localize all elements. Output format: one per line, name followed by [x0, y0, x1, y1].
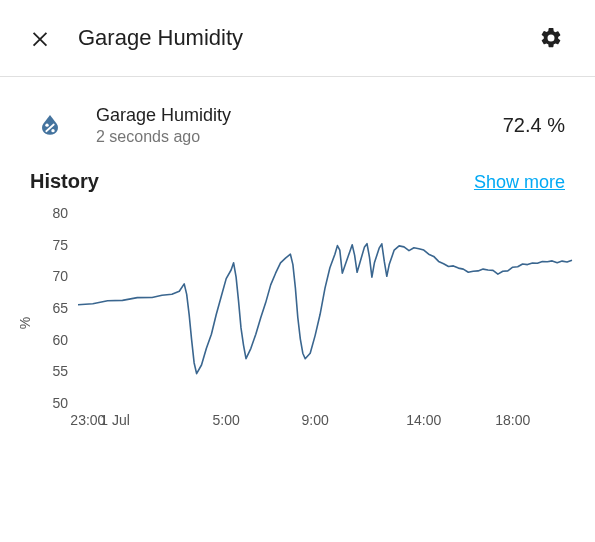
entity-info: Garage Humidity 2 seconds ago — [96, 105, 503, 146]
svg-text:%: % — [17, 317, 33, 329]
humidity-badge — [30, 106, 70, 146]
svg-text:65: 65 — [52, 300, 68, 316]
history-header: History Show more — [0, 164, 595, 197]
show-more-link[interactable]: Show more — [474, 172, 565, 193]
chart-svg: 50556065707580 % 23:001 Jul5:009:0014:00… — [16, 203, 576, 443]
dialog-header: Garage Humidity — [0, 0, 595, 77]
water-percent-icon — [35, 111, 65, 141]
entity-value: 72.4 % — [503, 114, 565, 137]
svg-point-1 — [51, 128, 54, 131]
svg-text:50: 50 — [52, 395, 68, 411]
svg-text:5:00: 5:00 — [213, 412, 240, 428]
svg-text:70: 70 — [52, 268, 68, 284]
settings-button[interactable] — [531, 18, 571, 58]
entity-row: Garage Humidity 2 seconds ago 72.4 % — [0, 77, 595, 164]
svg-text:14:00: 14:00 — [406, 412, 441, 428]
history-title: History — [30, 170, 99, 193]
gear-icon — [539, 26, 563, 50]
history-chart: 50556065707580 % 23:001 Jul5:009:0014:00… — [0, 197, 595, 443]
svg-text:55: 55 — [52, 363, 68, 379]
svg-text:80: 80 — [52, 205, 68, 221]
svg-point-0 — [45, 123, 48, 126]
close-button[interactable] — [20, 18, 60, 58]
svg-text:1 Jul: 1 Jul — [100, 412, 130, 428]
close-icon — [29, 27, 51, 49]
svg-text:75: 75 — [52, 237, 68, 253]
svg-text:60: 60 — [52, 332, 68, 348]
entity-updated: 2 seconds ago — [96, 128, 503, 146]
svg-text:18:00: 18:00 — [495, 412, 530, 428]
svg-text:9:00: 9:00 — [301, 412, 328, 428]
entity-name: Garage Humidity — [96, 105, 503, 126]
dialog-title: Garage Humidity — [78, 25, 531, 51]
